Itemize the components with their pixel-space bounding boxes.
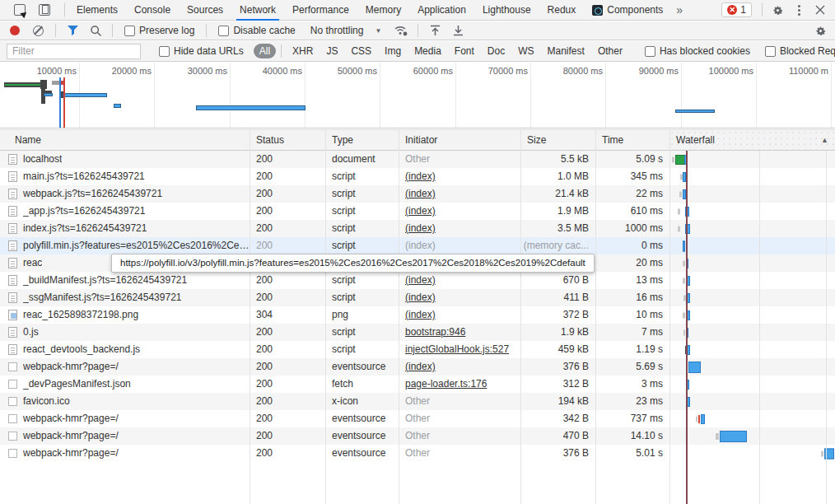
waterfall-cell[interactable] [669,324,835,341]
column-header-name[interactable]: Name [0,130,250,150]
checkbox-icon[interactable] [765,46,776,57]
table-row[interactable]: index.js?ts=1626245439721200script(index… [0,220,835,237]
clear-network-log-icon[interactable] [33,26,44,36]
tab-application[interactable]: Application [409,0,474,21]
waterfall-cell[interactable] [669,306,835,324]
filter-pill-js[interactable]: JS [320,44,343,58]
filter-pill-css[interactable]: CSS [345,44,377,58]
checkbox-icon[interactable] [124,26,135,36]
table-row[interactable]: reac_1625898372198.png304png(index)372 B… [0,306,835,324]
filter-pill-font[interactable]: Font [449,44,480,58]
tab-performance[interactable]: Performance [284,0,357,21]
request-name-cell[interactable]: react_devtools_backend.js [0,341,250,358]
initiator-link[interactable]: injectGlobalHook.js:527 [405,343,509,355]
error-count-badge[interactable]: ✕ 1 [721,2,752,17]
inspect-element-icon[interactable] [10,0,30,20]
table-row[interactable]: webpack-hmr?page=/200eventsourceOther470… [0,427,835,445]
initiator-link[interactable]: (index) [405,361,436,372]
request-name-cell[interactable]: index.js?ts=1626245439721 [0,220,250,237]
waterfall-cell[interactable] [669,445,835,462]
waterfall-cell[interactable] [669,289,835,306]
filter-pill-xhr[interactable]: XHR [287,44,319,58]
initiator-link[interactable]: (index) [405,309,436,320]
table-row[interactable]: 0.js200scriptbootstrap:9461.9 kB7 ms [0,324,835,341]
filter-pill-doc[interactable]: Doc [482,44,511,58]
filter-pill-other[interactable]: Other [592,44,628,58]
has-blocked-cookies-checkbox[interactable]: Has blocked cookies [640,45,755,57]
request-name-cell[interactable]: webpack-hmr?page=/ [0,410,250,427]
search-icon[interactable] [86,21,105,40]
table-row[interactable]: polyfill.min.js?features=es2015%2Ces2016… [0,237,835,254]
close-devtools-icon[interactable] [810,0,830,20]
tab-lighthouse[interactable]: Lighthouse [474,0,539,21]
column-header-type[interactable]: Type [325,130,399,150]
request-name-cell[interactable]: localhost [0,151,250,168]
waterfall-cell[interactable] [669,272,835,289]
request-name-cell[interactable]: favicon.ico [0,393,250,410]
table-row[interactable]: _app.js?ts=1626245439721200script(index)… [0,203,835,220]
waterfall-cell[interactable] [669,185,835,203]
initiator-link[interactable]: (index) [405,188,436,199]
tab-network[interactable]: Network [231,0,284,21]
table-row[interactable]: react_devtools_backend.js200scriptinject… [0,341,835,358]
filter-pill-media[interactable]: Media [408,44,447,58]
blocked-requests-checkbox[interactable]: Blocked Requests [760,45,835,57]
table-row[interactable]: _buildManifest.js?ts=1626245439721200scr… [0,272,835,289]
network-settings-gear-icon[interactable] [810,21,830,40]
filter-pill-all[interactable]: All [254,44,276,58]
tab-redux[interactable]: Redux [539,0,585,21]
tab-memory[interactable]: Memory [357,0,409,21]
filter-pill-img[interactable]: Img [379,44,407,58]
import-har-icon[interactable] [425,21,445,40]
hide-data-urls-checkbox[interactable]: Hide data URLs [154,45,249,57]
request-name-cell[interactable]: webpack-hmr?page=/ [0,445,250,462]
waterfall-cell[interactable] [669,168,835,185]
filter-pill-ws[interactable]: WS [512,44,539,58]
waterfall-cell[interactable] [669,254,835,272]
network-overview-timeline[interactable]: 10000 ms20000 ms30000 ms40000 ms50000 ms… [0,63,835,128]
waterfall-cell[interactable] [669,376,835,393]
column-header-status[interactable]: Status [250,130,325,150]
table-row[interactable]: favicon.ico200x-iconOther194 kB23 ms [0,393,835,410]
filter-pill-manifest[interactable]: Manifest [542,44,590,58]
export-har-icon[interactable] [448,21,468,40]
request-name-cell[interactable]: webpack.js?ts=1626245439721 [0,185,250,203]
request-name-cell[interactable]: _buildManifest.js?ts=1626245439721 [0,272,250,289]
throttling-dropdown[interactable]: No throttling ▼ [304,25,389,36]
checkbox-icon[interactable] [218,26,229,36]
kebab-menu-icon[interactable] [789,0,809,20]
tab-console[interactable]: Console [126,0,179,21]
table-row[interactable]: localhost200documentOther5.5 kB5.09 s [0,151,835,168]
request-name-cell[interactable]: _ssgManifest.js?ts=1626245439721 [0,289,250,306]
column-header-waterfall[interactable]: Waterfall▲ [669,130,835,150]
column-header-initiator[interactable]: Initiator [399,130,520,150]
more-tabs-chevron-icon[interactable]: » [671,3,688,16]
waterfall-cell[interactable] [669,358,835,376]
filter-input[interactable] [7,44,141,59]
column-header-time[interactable]: Time [595,130,669,150]
table-row[interactable]: webpack.js?ts=1626245439721200script(ind… [0,185,835,203]
table-row[interactable]: main.js?ts=1626245439721200script(index)… [0,168,835,185]
checkbox-icon[interactable] [645,46,655,57]
initiator-link[interactable]: page-loader.ts:176 [405,378,487,390]
table-row[interactable]: webpack-hmr?page=/200eventsourceOther342… [0,410,835,427]
table-row[interactable]: _devPagesManifest.json200fetchpage-loade… [0,376,835,393]
table-row[interactable]: webpack-hmr?page=/200eventsource(index)3… [0,358,835,376]
request-name-cell[interactable]: main.js?ts=1626245439721 [0,168,250,185]
device-toolbar-icon[interactable] [35,0,54,20]
initiator-link[interactable]: (index) [405,222,436,234]
initiator-link[interactable]: (index) [405,292,436,303]
filter-funnel-icon[interactable] [63,21,82,40]
request-name-cell[interactable]: _app.js?ts=1626245439721 [0,203,250,220]
initiator-link[interactable]: (index) [405,205,436,217]
request-name-cell[interactable]: reac_1625898372198.png [0,306,250,324]
column-header-size[interactable]: Size [520,130,595,150]
initiator-link[interactable]: (index) [405,170,436,182]
tab-sources[interactable]: Sources [179,0,231,21]
request-name-cell[interactable]: polyfill.min.js?features=es2015%2Ces2016… [0,237,250,254]
settings-gear-icon[interactable] [767,0,787,20]
record-network-log-icon[interactable] [10,26,20,35]
waterfall-cell[interactable] [669,393,835,410]
request-name-cell[interactable]: 0.js [0,324,250,341]
initiator-link[interactable]: bootstrap:946 [405,326,465,338]
